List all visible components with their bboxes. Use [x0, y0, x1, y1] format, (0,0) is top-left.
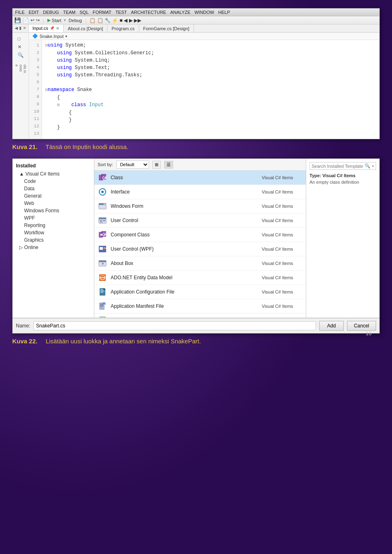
appmanifest-template-type: Visual C# Items: [262, 304, 303, 309]
tree-item-online[interactable]: ▷ Online: [13, 244, 94, 251]
cancel-button[interactable]: Cancel: [347, 321, 376, 331]
menu-sql[interactable]: SQL: [80, 10, 89, 15]
svg-text:C#: C#: [104, 247, 107, 249]
name-input[interactable]: [33, 321, 316, 330]
template-aboutbox[interactable]: ? About Box Visual C# Items: [94, 256, 306, 271]
menu-window[interactable]: WINDOW: [194, 10, 214, 15]
template-class[interactable]: C# Class Visual C# Items: [94, 171, 306, 185]
interface-template-type: Visual C# Items: [262, 189, 303, 194]
tree-item-visual-csharp[interactable]: ▲ Visual C# Items: [13, 170, 94, 178]
debug-config[interactable]: Debug: [69, 18, 82, 23]
interface-icon: [98, 187, 107, 197]
sort-select[interactable]: Default Name Type: [116, 160, 149, 169]
menu-help[interactable]: HELP: [218, 10, 230, 15]
svg-rect-32: [100, 291, 105, 291]
svg-text:C#: C#: [100, 221, 103, 223]
tab-formgamecs[interactable]: FormGame.cs [Design]: [139, 24, 194, 32]
pin-icon[interactable]: ◀ ▮ ✕: [13, 24, 29, 32]
interface-template-name: Interface: [111, 189, 258, 195]
search-icon: 🔍: [365, 163, 370, 169]
sidebar-search-icon[interactable]: 🔍: [18, 52, 24, 58]
namespace-value: Snake.Input: [40, 34, 64, 39]
undo-icon[interactable]: ↩: [31, 18, 34, 23]
windowsform-template-type: Visual C# Items: [262, 204, 303, 209]
usercontrolwpf-template-type: Visual C# Items: [262, 247, 303, 251]
ide-menubar: FILE EDIT DEBUG TEAM SQL FORMAT TEST ARC…: [13, 9, 379, 16]
usercontrolwpf-icon: C#: [98, 244, 107, 254]
menu-edit[interactable]: EDIT: [29, 10, 39, 15]
save-icon[interactable]: 💾: [14, 17, 21, 23]
tree-item-data[interactable]: Data: [13, 185, 94, 192]
tree-item-graphics[interactable]: Graphics: [13, 236, 94, 244]
type-label: Type: Visual C# Items: [310, 173, 376, 178]
ide-tabs: ◀ ▮ ✕ Input.cs 📌 ✕ About.cs [Design] Pro…: [13, 24, 379, 33]
menu-architecture[interactable]: ARCHITECTURE: [131, 10, 166, 15]
tree-item-reporting[interactable]: Reporting: [13, 222, 94, 229]
add-button[interactable]: Add: [319, 321, 344, 331]
tab-inputcs[interactable]: Input.cs 📌 ✕: [29, 24, 64, 32]
new-icon[interactable]: 📄: [22, 17, 29, 23]
namespace-bar: 🔷 Snake.Input ▾: [29, 33, 379, 40]
dialog-bottom: Name: Add Cancel: [13, 318, 379, 333]
template-windowsform[interactable]: Windows Form Visual C# Items: [94, 199, 306, 214]
template-ado[interactable]: ADO.NET Entity Data Model Visual C# Item…: [94, 271, 306, 285]
template-appconfig[interactable]: Application Configuration File Visual C#…: [94, 285, 306, 299]
close-tab-icon[interactable]: ✕: [56, 26, 59, 31]
svg-text:?: ?: [102, 262, 104, 266]
ado-icon: [98, 273, 107, 283]
start-button[interactable]: ▶ Start: [47, 18, 61, 23]
svg-text:C#: C#: [102, 233, 106, 237]
tree-item-general[interactable]: General: [13, 192, 94, 200]
menu-file[interactable]: FILE: [15, 10, 24, 15]
usercontrol-icon: C#: [98, 216, 107, 225]
figure2-caption-text: Lisätään uusi luokka ja annetaan sen nim…: [46, 338, 201, 345]
line-numbers: 12345 678910 111213: [29, 40, 42, 139]
svg-rect-7: [104, 204, 105, 205]
menu-format[interactable]: FORMAT: [93, 10, 111, 15]
aboutbox-template-type: Visual C# Items: [262, 261, 303, 266]
search-dropdown-icon[interactable]: ▾: [372, 164, 374, 168]
aboutbox-icon: ?: [98, 258, 107, 268]
redo-icon[interactable]: ↪: [36, 18, 40, 23]
menu-team[interactable]: TEAM: [63, 10, 76, 15]
svg-text:C#: C#: [102, 176, 107, 180]
tree-item-workflow[interactable]: Workflow: [13, 229, 94, 236]
tree-item-windowsforms[interactable]: Windows Forms: [13, 207, 94, 214]
template-usercontrolwpf[interactable]: C# User Control (WPF) Visual C# Items: [94, 242, 306, 256]
template-assemblyinfo[interactable]: C# Assembly Information File Visual C# I…: [94, 314, 306, 318]
ide-body: □ ✕ 🔍 ols in onto e 🔷 Snake.Input ▾: [13, 33, 379, 139]
menu-debug[interactable]: DEBUG: [43, 10, 59, 15]
menu-test[interactable]: TEST: [116, 10, 127, 15]
code-editor[interactable]: 12345 678910 111213 ⊟using System; using…: [29, 40, 379, 139]
appconfig-icon: [98, 287, 107, 297]
ide-editor: 🔷 Snake.Input ▾ 12345 678910 111213 ⊟usi…: [29, 33, 379, 139]
figure1-caption-num: Kuva 21.: [12, 143, 38, 150]
search-box[interactable]: 🔍 ▾: [310, 162, 376, 170]
tab-programcs-label: Program.cs: [111, 26, 134, 31]
template-list: C# Class Visual C# Items: [94, 171, 306, 318]
namespace-dropdown-icon[interactable]: ▾: [65, 34, 67, 38]
sidebar-text-onto: onto: [19, 65, 23, 73]
template-usercontrol[interactable]: C# User Control Visual C# Items: [94, 214, 306, 228]
menu-analyze[interactable]: ANALYZE: [170, 10, 190, 15]
tab-aboutcs[interactable]: About.cs [Design]: [64, 24, 107, 32]
tree-item-wpf[interactable]: WPF: [13, 214, 94, 222]
search-input[interactable]: [312, 164, 363, 169]
template-interface[interactable]: Interface Visual C# Items: [94, 185, 306, 199]
figure1-caption-text: Tässä on Inputin koodi alussa.: [46, 143, 129, 150]
page-number: 16: [366, 330, 372, 336]
tree-item-web[interactable]: Web: [13, 200, 94, 207]
type-desc: An empty class definition: [310, 180, 376, 185]
code-content[interactable]: ⊟using System; using System.Collections.…: [42, 40, 379, 139]
grid-view-btn[interactable]: ⊞: [152, 161, 161, 169]
template-appmanifest[interactable]: M Application Manifest File Visual C# It…: [94, 299, 306, 314]
sidebar-x-icon[interactable]: ✕: [18, 44, 24, 50]
list-view-btn[interactable]: ☰: [164, 161, 173, 169]
sidebar-box-icon[interactable]: □: [18, 36, 24, 42]
tree-item-code[interactable]: Code: [13, 178, 94, 185]
class-template-type: Visual C# Items: [262, 175, 303, 180]
template-componentclass[interactable]: C# Component Class Visual C# Items: [94, 228, 306, 242]
dialog-info-panel: 🔍 ▾ Type: Visual C# Items An empty class…: [306, 159, 379, 318]
tab-programcs[interactable]: Program.cs: [107, 24, 139, 32]
dialog-tree-panel: Installed ▲ Visual C# Items Code Data Ge…: [13, 159, 94, 318]
